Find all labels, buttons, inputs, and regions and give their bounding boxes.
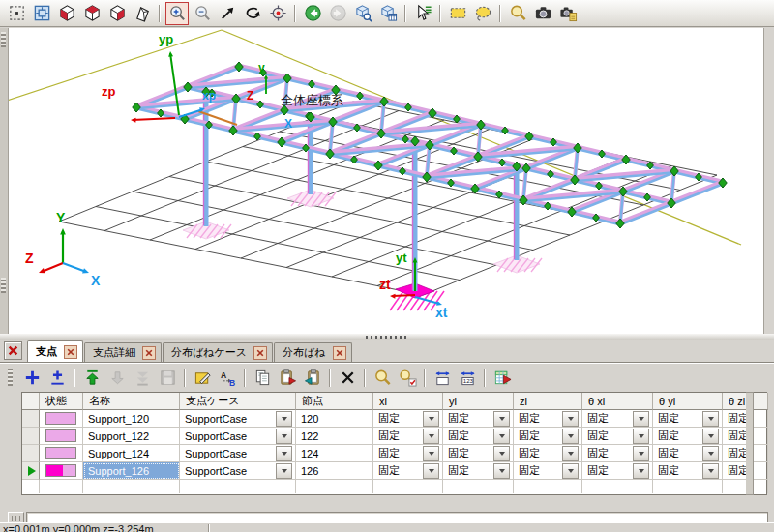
paste-swap-icon[interactable] (301, 367, 324, 390)
state-cell[interactable] (40, 428, 83, 445)
support-case-cell[interactable]: SupportCase (180, 462, 296, 480)
state-swatch[interactable] (45, 429, 76, 442)
select-filter-icon[interactable] (411, 2, 434, 25)
tab-dist-spring-case[interactable]: 分布ばねケース (163, 342, 273, 362)
copy-icon[interactable] (251, 367, 274, 390)
view-cube-right-icon[interactable] (105, 2, 129, 25)
rename-icon[interactable]: AB (216, 367, 239, 390)
row-selector[interactable] (22, 445, 40, 462)
dof-cell[interactable]: 固定 (373, 462, 443, 480)
zoom-in-icon[interactable] (165, 2, 189, 25)
row-delete-icon[interactable] (336, 367, 359, 390)
dropdown-button[interactable] (423, 463, 439, 479)
dof-cell[interactable]: 固定 (514, 445, 582, 462)
node-cell[interactable]: 124 (296, 445, 373, 462)
find-view-icon[interactable] (506, 2, 529, 25)
dropdown-button[interactable] (276, 429, 292, 444)
dropdown-button[interactable] (702, 446, 719, 461)
row-selector[interactable] (22, 410, 40, 428)
rotate-view-icon[interactable] (241, 2, 264, 25)
tab-close-icon[interactable] (253, 346, 267, 360)
dof-cell[interactable]: 固定 (373, 410, 443, 428)
view-perspective-icon[interactable] (131, 2, 154, 25)
dof-cell[interactable]: 固定 (514, 462, 582, 480)
state-cell[interactable] (40, 445, 83, 462)
state-swatch[interactable] (45, 447, 76, 459)
cell-edit-icon[interactable] (191, 367, 214, 390)
dof-cell[interactable]: 固定 (514, 428, 582, 445)
center-view-icon[interactable] (266, 2, 289, 25)
support-case-cell[interactable]: SupportCase (180, 428, 296, 445)
name-cell[interactable]: Support_120 (83, 410, 180, 428)
dof-cell[interactable]: 固定 (443, 428, 514, 445)
dof-cell[interactable]: 固定 (443, 410, 514, 428)
row-insert-icon[interactable] (45, 367, 69, 390)
viewport-left-splitter[interactable] (0, 28, 9, 334)
node-cell[interactable]: 120 (296, 410, 373, 428)
dropdown-button[interactable] (702, 411, 719, 427)
table-vertical-scrollbar[interactable] (746, 392, 754, 495)
dropdown-button[interactable] (493, 411, 510, 427)
select-window-icon[interactable] (446, 2, 469, 25)
dropdown-button[interactable] (423, 411, 439, 427)
dof-cell[interactable]: 固定 (653, 410, 723, 428)
dropdown-button[interactable] (493, 429, 510, 444)
splitter-grip-dots[interactable] (366, 336, 408, 339)
row-selector[interactable] (22, 462, 40, 480)
dropdown-button[interactable] (562, 429, 579, 444)
dof-cell[interactable]: 固定 (582, 428, 653, 445)
horizontal-splitter[interactable] (0, 334, 774, 340)
table-find-icon[interactable] (371, 367, 394, 390)
dof-cell[interactable]: 固定 (443, 445, 514, 462)
dropdown-button[interactable] (276, 446, 292, 461)
dof-cell[interactable]: 固定 (373, 428, 443, 445)
state-swatch[interactable] (45, 412, 76, 425)
dropdown-button[interactable] (493, 463, 510, 479)
row-add-icon[interactable] (20, 367, 44, 390)
node-cell[interactable]: 126 (296, 462, 373, 480)
nav-back-icon[interactable] (301, 2, 324, 25)
dof-cell[interactable]: 固定 (582, 462, 653, 480)
select-region-icon[interactable] (5, 2, 28, 25)
dof-cell[interactable]: 固定 (373, 445, 443, 462)
dropdown-button[interactable] (562, 446, 579, 461)
dropdown-button[interactable] (493, 446, 510, 461)
dropdown-button[interactable] (633, 411, 649, 427)
select-lasso-icon[interactable] (471, 2, 494, 25)
view-cube-top-icon[interactable] (80, 2, 104, 25)
tab-support[interactable]: 支点 (27, 340, 83, 362)
support-case-cell[interactable]: SupportCase (180, 445, 296, 462)
col-fit-icon[interactable] (431, 367, 454, 390)
model-canvas[interactable]: ypzpxpZXy全体座標系ytztxtYZX (9, 28, 764, 334)
row-selector[interactable] (22, 428, 40, 445)
view-cube-left-icon[interactable] (55, 2, 78, 25)
hide-selected-icon[interactable] (376, 2, 400, 25)
dof-cell[interactable]: 固定 (443, 462, 514, 480)
name-cell[interactable]: Support_126 (83, 462, 180, 480)
dof-cell[interactable]: 固定 (653, 445, 723, 462)
col-fit-123-icon[interactable]: 123 (456, 367, 479, 390)
dropdown-button[interactable] (276, 463, 292, 479)
dropdown-button[interactable] (562, 411, 579, 427)
dof-cell[interactable]: 固定 (582, 410, 653, 428)
toolbar-grip[interactable] (8, 369, 13, 386)
dropdown-button[interactable] (423, 446, 439, 461)
node-cell[interactable]: 122 (296, 428, 373, 445)
tab-dist-spring[interactable]: 分布ばね (274, 342, 352, 362)
row-move-top-icon[interactable] (80, 367, 104, 390)
viewport-3d[interactable]: ypzpxpZXy全体座標系ytztxtYZX (9, 28, 764, 334)
table-find-check-icon[interactable] (396, 367, 419, 390)
close-panel-button[interactable] (4, 341, 22, 360)
dof-cell[interactable]: 固定 (514, 410, 582, 428)
tab-close-icon[interactable] (142, 346, 156, 360)
splitter-grip[interactable] (1, 32, 6, 47)
snapshot-icon[interactable] (531, 2, 554, 25)
tab-support-detail[interactable]: 支点詳細 (84, 342, 162, 362)
dropdown-button[interactable] (423, 429, 439, 444)
state-swatch[interactable] (45, 464, 76, 477)
splitter-grip[interactable] (1, 278, 6, 293)
name-cell[interactable]: Support_124 (83, 445, 180, 462)
support-case-cell[interactable]: SupportCase (180, 410, 296, 428)
fit-view-icon[interactable] (30, 2, 53, 25)
state-cell[interactable] (40, 462, 83, 480)
